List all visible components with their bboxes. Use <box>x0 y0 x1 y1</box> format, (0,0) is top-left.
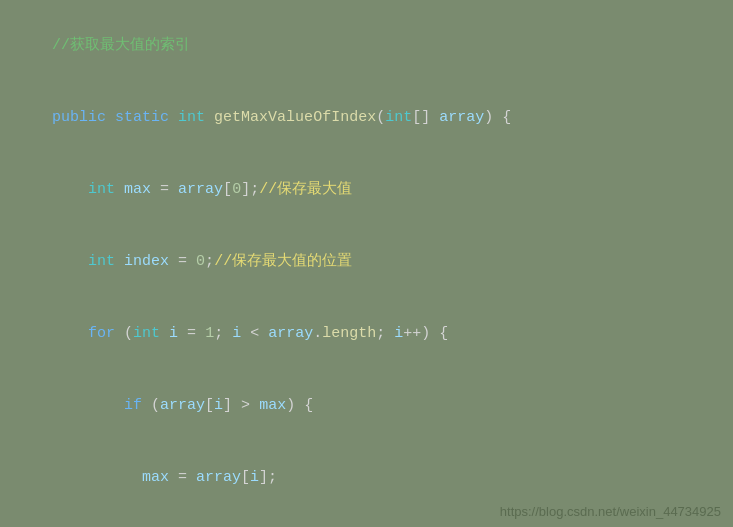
code-line-4: for (int i = 1; i < array.length; i++) { <box>16 298 717 370</box>
comment-line-1: //获取最大值的索引 <box>16 10 717 82</box>
watermark: https://blog.csdn.net/weixin_44734925 <box>500 504 721 519</box>
code-line-2: int max = array[0];//保存最大值 <box>16 154 717 226</box>
comment-text-1: //获取最大值的索引 <box>52 37 190 54</box>
code-line-5: if (array[i] > max) { <box>16 370 717 442</box>
code-line-3: int index = 0;//保存最大值的位置 <box>16 226 717 298</box>
code-line-1: public static int getMaxValueOfIndex(int… <box>16 82 717 154</box>
code-editor: //获取最大值的索引 public static int getMaxValue… <box>0 0 733 527</box>
